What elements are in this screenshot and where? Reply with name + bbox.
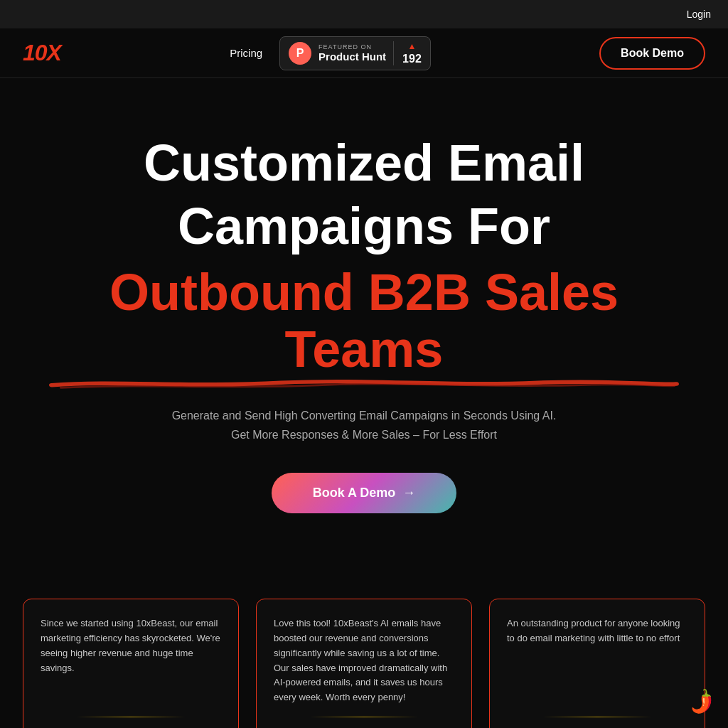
chili-icon: 🌶️ <box>685 687 717 717</box>
hero-cta-button[interactable]: Book A Demo → <box>272 473 456 513</box>
pricing-link[interactable]: Pricing <box>230 47 262 59</box>
hero-title-line2: Campaigns For <box>43 198 685 255</box>
product-hunt-featured-label: FEATURED ON <box>318 43 386 50</box>
book-demo-button[interactable]: Book Demo <box>599 37 705 70</box>
hero-subtitle: Generate and Send High Converting Email … <box>43 406 685 444</box>
login-link[interactable]: Login <box>687 9 711 20</box>
testimonial-text: Love this tool! 10xBeast's AI emails hav… <box>274 616 454 705</box>
testimonial-card: An outstanding product for anyone lookin… <box>489 599 705 728</box>
logo[interactable]: 10X <box>23 40 61 66</box>
hero-title-line3: Outbound B2B Sales Teams <box>43 264 685 377</box>
hero-subtitle-line1: Generate and Send High Converting Email … <box>43 406 685 425</box>
testimonial-card: Since we started using 10xBeast, our ema… <box>23 599 239 728</box>
product-hunt-arrow-icon: ▲ <box>408 41 417 51</box>
hero-cta-label: Book A Demo <box>313 486 396 500</box>
product-hunt-count: 192 <box>402 53 422 65</box>
topbar: Login <box>0 0 728 28</box>
hero-subtitle-line2: Get More Responses & More Sales – For Le… <box>43 425 685 444</box>
product-hunt-name: Product Hunt <box>318 50 386 63</box>
testimonials-section: Since we started using 10xBeast, our ema… <box>0 570 728 728</box>
product-hunt-text: FEATURED ON Product Hunt <box>318 43 386 63</box>
nav-center: Pricing P FEATURED ON Product Hunt ▲ 192 <box>230 36 431 70</box>
hero-section: Customized Email Campaigns For Outbound … <box>0 78 728 556</box>
brush-underline <box>43 378 685 390</box>
divider-line <box>310 717 418 717</box>
divider-line <box>77 717 185 717</box>
product-hunt-icon: P <box>289 42 311 65</box>
testimonial-text: Since we started using 10xBeast, our ema… <box>41 616 221 705</box>
hero-title-line1: Customized Email <box>43 135 685 191</box>
product-hunt-count-block: ▲ 192 <box>393 41 422 65</box>
hero-title-block: Customized Email Campaigns For Outbound … <box>43 135 685 378</box>
product-hunt-badge[interactable]: P FEATURED ON Product Hunt ▲ 192 <box>279 36 431 70</box>
navbar: 10X Pricing P FEATURED ON Product Hunt ▲… <box>0 28 728 78</box>
bottom-decoration: 🌶️ <box>689 690 714 714</box>
testimonial-card: Love this tool! 10xBeast's AI emails hav… <box>256 599 472 728</box>
testimonial-text: An outstanding product for anyone lookin… <box>507 616 687 705</box>
divider-line <box>543 717 651 717</box>
hero-cta-wrapper: Book A Demo → <box>43 473 685 513</box>
hero-cta-arrow-icon: → <box>402 486 415 500</box>
